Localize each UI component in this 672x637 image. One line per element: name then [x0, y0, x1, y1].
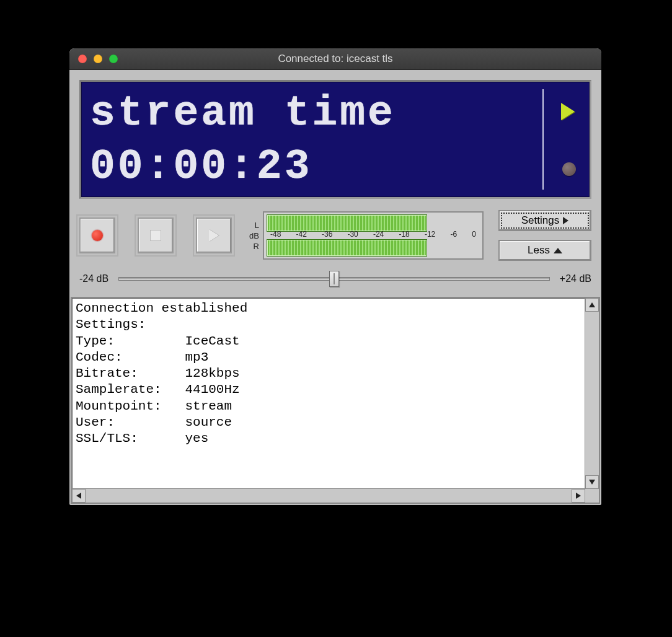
- record-indicator-icon: [562, 162, 576, 176]
- meter-tick: -30: [347, 230, 358, 239]
- arrow-up-icon: [589, 302, 595, 307]
- meter-tick: 0: [472, 230, 476, 239]
- gain-slider-row: -24 dB +24 dB: [79, 273, 591, 284]
- meter-tick: -12: [425, 230, 435, 239]
- less-button[interactable]: Less: [498, 240, 591, 261]
- close-icon[interactable]: [78, 55, 87, 63]
- settings-button[interactable]: Settings: [498, 210, 591, 231]
- meter-tick: -42: [296, 230, 306, 239]
- meter-bar-right: [267, 239, 427, 257]
- titlebar[interactable]: Connected to: icecast tls: [69, 48, 601, 70]
- slider-min-label: -24 dB: [79, 273, 108, 284]
- arrow-left-icon: [76, 493, 81, 499]
- resize-corner[interactable]: [585, 488, 599, 503]
- meter-right-label: R: [245, 242, 259, 251]
- meter-tick: -6: [450, 230, 457, 239]
- meter-scale: -48-42-36-30-24-18-12-60: [264, 230, 482, 239]
- meter-tick: -48: [270, 230, 281, 239]
- record-icon: [92, 230, 103, 241]
- scroll-right-button[interactable]: [572, 489, 585, 503]
- zoom-icon[interactable]: [109, 55, 118, 63]
- level-meter: L dB R -48-42-36-30-24-18-12-60: [245, 211, 484, 260]
- main-panel: stream time 00:00:23 L dB R: [69, 70, 601, 291]
- controls-row: L dB R -48-42-36-30-24-18-12-60 Settings: [79, 210, 591, 261]
- lcd-line1: stream time: [90, 87, 534, 140]
- lcd-divider: [542, 89, 544, 190]
- minimize-icon[interactable]: [94, 55, 102, 63]
- window-title: Connected to: icecast tls: [69, 53, 601, 65]
- horizontal-scrollbar[interactable]: [72, 488, 585, 503]
- gain-slider[interactable]: [118, 276, 550, 281]
- meter-bar-left: [267, 214, 427, 232]
- play-icon: [209, 229, 219, 242]
- stop-icon: [150, 230, 161, 241]
- chevron-right-icon: [563, 217, 568, 224]
- meter-tick: -36: [322, 230, 332, 239]
- log-content[interactable]: Connection established Settings: Type: I…: [76, 301, 584, 488]
- play-indicator-icon: [561, 103, 575, 120]
- meter-tick: -18: [399, 230, 409, 239]
- play-button[interactable]: [196, 217, 232, 253]
- meter-box: -48-42-36-30-24-18-12-60: [263, 211, 484, 260]
- log-area: Connection established Settings: Type: I…: [71, 297, 600, 504]
- arrow-right-icon: [576, 493, 581, 499]
- stop-button[interactable]: [138, 217, 174, 253]
- arrow-down-icon: [589, 480, 595, 485]
- scroll-up-button[interactable]: [585, 298, 599, 312]
- record-button[interactable]: [79, 217, 115, 253]
- meter-db-label: dB: [245, 231, 259, 240]
- lcd-display: stream time 00:00:23: [79, 80, 591, 199]
- chevron-up-icon: [554, 248, 562, 253]
- scroll-left-button[interactable]: [72, 489, 86, 503]
- slider-thumb[interactable]: [329, 271, 339, 287]
- slider-max-label: +24 dB: [560, 273, 591, 284]
- scroll-down-button[interactable]: [585, 475, 599, 489]
- lcd-line2: 00:00:23: [90, 140, 534, 193]
- less-label: Less: [528, 244, 550, 257]
- meter-tick: -24: [373, 230, 384, 239]
- settings-label: Settings: [521, 214, 559, 227]
- app-window: Connected to: icecast tls stream time 00…: [69, 48, 601, 505]
- meter-left-label: L: [245, 221, 259, 230]
- vertical-scrollbar[interactable]: [585, 298, 599, 489]
